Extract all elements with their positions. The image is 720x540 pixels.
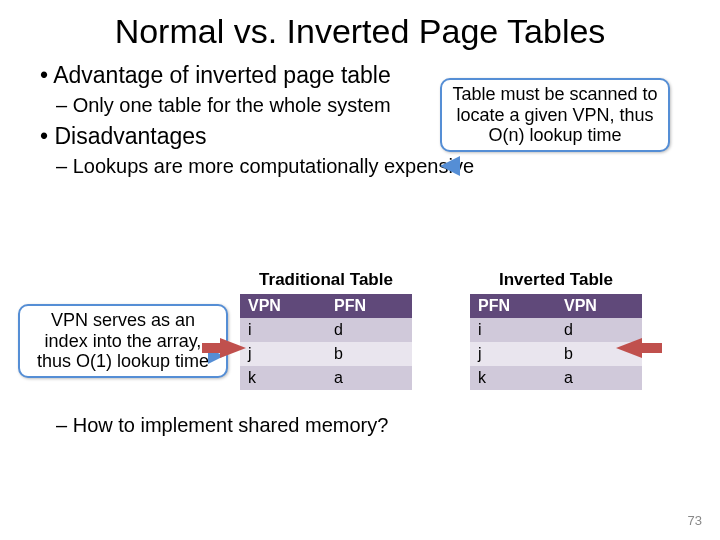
callout-scan: Table must be scanned to locate a given …	[440, 78, 670, 152]
table-row: j b	[240, 342, 412, 366]
slide-title: Normal vs. Inverted Page Tables	[0, 12, 720, 51]
inverted-table-block: Inverted Table PFN VPN i d j b k a	[470, 270, 642, 390]
arrow-left-icon	[616, 338, 642, 358]
table-row: k a	[470, 366, 642, 390]
inverted-table-title: Inverted Table	[470, 270, 642, 290]
dash-lookups: Lookups are more computationally expensi…	[40, 154, 688, 180]
traditional-table-title: Traditional Table	[240, 270, 412, 290]
callout-scan-pointer	[440, 156, 460, 176]
inv-h1: PFN	[470, 294, 556, 318]
traditional-table: VPN PFN i d j b k a	[240, 294, 412, 390]
traditional-table-block: Traditional Table VPN PFN i d j b k a	[240, 270, 412, 390]
table-row: i d	[240, 318, 412, 342]
dash-shared-mem: How to implement shared memory?	[40, 413, 688, 439]
bottom-text: How to implement shared memory?	[0, 410, 720, 442]
trad-h1: VPN	[240, 294, 326, 318]
arrow-right-icon	[220, 338, 246, 358]
inv-h2: VPN	[556, 294, 642, 318]
callout-index: VPN serves as an index into the array, t…	[18, 304, 228, 378]
table-row: k a	[240, 366, 412, 390]
trad-h2: PFN	[326, 294, 412, 318]
page-number: 73	[688, 513, 702, 528]
